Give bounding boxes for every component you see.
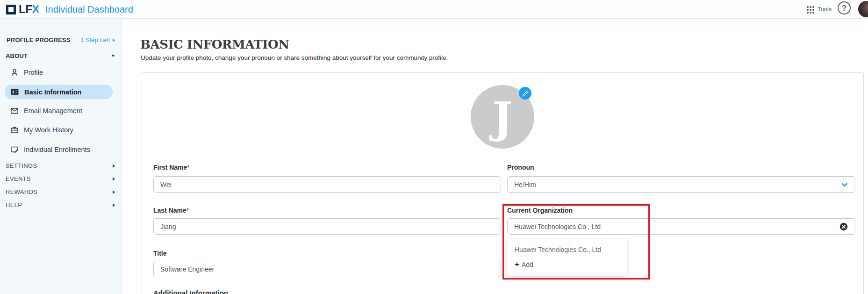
section-title: BASIC INFORMATION	[140, 37, 289, 51]
profile-progress-label: PROFILE PROGRESS	[7, 36, 71, 43]
sidebar-section-about[interactable]: ABOUT	[0, 52, 122, 59]
header-divider	[38, 4, 39, 15]
id-card-icon	[10, 87, 19, 96]
envelope-icon	[10, 107, 19, 115]
clear-input-icon[interactable]	[839, 222, 848, 231]
pronoun-value: He/Him	[514, 181, 536, 188]
chevron-down-icon	[841, 181, 848, 188]
logo-text-main: LF	[19, 3, 32, 15]
pronoun-select[interactable]: He/Him	[507, 176, 855, 193]
sidebar-item-label: My Work History	[24, 126, 73, 134]
sidebar-item-label: Basic Information	[24, 88, 81, 96]
sidebar-item-individual-enrollments[interactable]: Individual Enrollments	[0, 143, 122, 156]
about-label: ABOUT	[6, 52, 28, 59]
sidebar-section-events[interactable]: EVENTS	[0, 175, 122, 182]
sidebar-item-label: Email Management	[24, 107, 82, 115]
user-avatar[interactable]	[858, 1, 868, 17]
required-asterisk: *	[187, 164, 189, 171]
events-label: EVENTS	[6, 175, 31, 182]
rewards-label: REWARDS	[6, 188, 37, 195]
steps-left-label: 1 Step Left	[80, 36, 110, 43]
last-name-label: Last Name*	[153, 206, 189, 215]
organization-suggestion-option[interactable]: Huawei Technologies Co., Ltd	[515, 246, 601, 253]
lfx-logo[interactable]: LFX	[19, 3, 39, 16]
pronoun-label: Pronoun	[507, 163, 534, 172]
steps-left-link[interactable]: 1 Step Left	[80, 36, 115, 43]
chevron-right-icon	[113, 38, 115, 42]
section-subtitle: Update your profile photo, change your p…	[141, 54, 448, 61]
last-name-input[interactable]	[153, 218, 501, 235]
tools-button[interactable]: Tools	[818, 6, 832, 13]
title-label: Title	[153, 249, 167, 258]
settings-label: SETTINGS	[6, 162, 37, 169]
chevron-right-icon	[113, 164, 115, 168]
apps-grid-icon[interactable]	[807, 6, 814, 14]
edit-avatar-button[interactable]	[519, 87, 531, 100]
add-organization-option[interactable]: + Add	[515, 261, 533, 268]
help-label: HELP	[6, 201, 22, 208]
sidebar-section-help[interactable]: HELP	[0, 201, 122, 208]
sidebar-item-label: Profile	[24, 69, 43, 76]
add-label: Add	[522, 261, 533, 268]
sidebar-item-basic-information[interactable]: Basic Information	[5, 85, 113, 99]
sidebar-section-rewards[interactable]: REWARDS	[0, 188, 122, 195]
help-icon[interactable]: ?	[838, 1, 851, 14]
sidebar-item-profile[interactable]: Profile	[0, 66, 122, 79]
chevron-down-icon	[111, 55, 115, 57]
chevron-right-icon	[113, 203, 115, 207]
first-name-label: First Name*	[153, 163, 190, 172]
top-header: LFX Individual Dashboard Tools ?	[0, 0, 868, 19]
profile-progress-row: PROFILE PROGRESS 1 Step Left	[0, 36, 122, 43]
required-asterisk: *	[187, 207, 189, 214]
sidebar-item-label: Individual Enrollments	[24, 146, 90, 153]
plus-icon: +	[515, 261, 519, 268]
person-icon	[10, 68, 19, 77]
current-organization-label: Current Organization	[507, 206, 573, 215]
certificate-icon	[10, 145, 19, 154]
additional-information-heading: Additional Information	[153, 289, 228, 294]
lfx-logo-icon	[6, 5, 16, 14]
current-organization-input[interactable]	[507, 218, 855, 235]
sidebar-item-email-management[interactable]: Email Management	[0, 104, 122, 117]
title-input[interactable]	[153, 261, 501, 277]
sidebar-section-settings[interactable]: SETTINGS	[0, 162, 122, 169]
current-organization-field	[507, 218, 855, 235]
pencil-icon	[522, 90, 529, 97]
sidebar-item-my-work-history[interactable]: My Work History	[0, 123, 122, 136]
first-name-input[interactable]	[153, 176, 501, 193]
chevron-right-icon	[113, 190, 115, 194]
organization-suggestions-dropdown: Huawei Technologies Co., Ltd + Add	[507, 239, 627, 276]
sidebar: PROFILE PROGRESS 1 Step Left ABOUT Profi…	[0, 19, 122, 294]
briefcase-icon	[10, 126, 19, 134]
page-title: Individual Dashboard	[45, 0, 133, 19]
chevron-right-icon	[113, 177, 115, 181]
